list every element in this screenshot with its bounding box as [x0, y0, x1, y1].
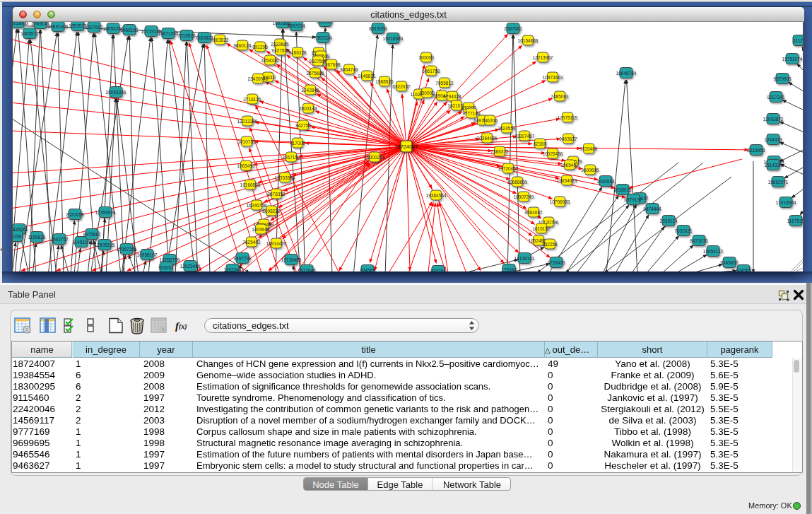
svg-text:23420046: 23420046 — [248, 76, 269, 81]
svg-text:16046758: 16046758 — [247, 203, 267, 208]
svg-text:2020655: 2020655 — [66, 212, 84, 217]
svg-text:28300215: 28300215 — [365, 155, 385, 160]
svg-text:2867608: 2867608 — [322, 62, 341, 67]
svg-text:28053346: 28053346 — [106, 90, 126, 95]
svg-text:9660124: 9660124 — [233, 43, 252, 48]
svg-text:11126: 11126 — [793, 38, 803, 43]
svg-text:16782759: 16782759 — [160, 257, 180, 262]
svg-text:9115460: 9115460 — [580, 146, 598, 151]
svg-text:17957255: 17957255 — [117, 247, 137, 252]
svg-text:18907249: 18907249 — [514, 194, 534, 199]
svg-text:12213967: 12213967 — [533, 55, 553, 60]
svg-text:2803144: 2803144 — [299, 106, 317, 111]
svg-text:7625402: 7625402 — [242, 240, 261, 245]
svg-text:925051: 925051 — [158, 265, 174, 270]
svg-text:8878352: 8878352 — [267, 192, 286, 197]
svg-text:1405572: 1405572 — [20, 31, 39, 36]
svg-text:7632621: 7632621 — [674, 228, 693, 233]
svg-text:9227341: 9227341 — [767, 95, 785, 100]
svg-text:6879197: 6879197 — [624, 197, 642, 202]
svg-text:2069146: 2069146 — [31, 22, 49, 26]
svg-text:1192344: 1192344 — [224, 267, 242, 272]
svg-text:10756928: 10756928 — [550, 199, 570, 204]
svg-text:924565: 924565 — [736, 268, 751, 272]
svg-text:12213389: 12213389 — [237, 119, 258, 124]
svg-text:12975115: 12975115 — [558, 115, 578, 120]
svg-text:(x): (x) — [179, 322, 187, 331]
svg-text:1145194: 1145194 — [73, 240, 90, 245]
svg-text:9474444: 9474444 — [643, 206, 661, 211]
svg-text:7515526: 7515526 — [177, 33, 196, 38]
svg-text:62160: 62160 — [534, 141, 546, 146]
svg-text:14136141: 14136141 — [514, 256, 535, 261]
svg-text:18724007: 18724007 — [394, 144, 418, 150]
svg-text:8215955: 8215955 — [747, 148, 765, 153]
svg-text:7386372: 7386372 — [490, 149, 509, 154]
svg-text:746206: 746206 — [482, 118, 498, 123]
svg-text:3675685: 3675685 — [306, 71, 324, 76]
svg-text:12093872: 12093872 — [763, 117, 784, 122]
svg-text:9146821: 9146821 — [358, 74, 376, 78]
svg-text:15751074: 15751074 — [782, 57, 803, 62]
svg-text:842755: 842755 — [295, 123, 311, 128]
svg-text:12353594: 12353594 — [275, 175, 295, 180]
svg-text:16648784: 16648784 — [616, 71, 637, 76]
svg-text:8813054: 8813054 — [369, 26, 387, 31]
svg-text:12923446: 12923446 — [180, 264, 201, 269]
svg-text:1010755: 1010755 — [237, 139, 256, 144]
svg-text:20364436: 20364436 — [477, 136, 498, 141]
svg-text:16033809: 16033809 — [13, 22, 28, 25]
svg-text:19384554: 19384554 — [426, 193, 447, 198]
svg-text:8454749: 8454749 — [340, 67, 358, 72]
svg-text:833754: 833754 — [430, 269, 446, 272]
svg-text:15720407: 15720407 — [498, 166, 519, 171]
svg-text:924565: 924565 — [360, 268, 375, 272]
svg-text:1640954: 1640954 — [596, 179, 615, 184]
svg-text:17359924: 17359924 — [95, 210, 116, 215]
svg-text:20691406: 20691406 — [48, 24, 69, 29]
svg-text:9329906: 9329906 — [773, 76, 792, 81]
svg-text:2935114: 2935114 — [660, 218, 678, 223]
svg-text:3267150: 3267150 — [282, 155, 300, 160]
svg-text:2942757: 2942757 — [50, 237, 69, 242]
svg-text:16671355: 16671355 — [158, 31, 179, 36]
svg-text:7357224: 7357224 — [314, 35, 332, 40]
svg-text:417000: 417000 — [290, 141, 305, 146]
svg-text:16154838: 16154838 — [518, 38, 539, 43]
svg-text:1733426: 1733426 — [547, 260, 565, 265]
svg-text:1571648: 1571648 — [298, 268, 316, 272]
svg-text:6966160: 6966160 — [120, 28, 139, 33]
svg-text:15692971: 15692971 — [768, 180, 789, 185]
svg-text:9327505: 9327505 — [271, 48, 290, 53]
svg-text:17016504: 17016504 — [776, 200, 796, 205]
svg-text:391591: 391591 — [13, 234, 24, 239]
svg-text:891295: 891295 — [252, 45, 268, 49]
svg-text:8471676: 8471676 — [690, 238, 708, 243]
svg-text:1853527: 1853527 — [69, 23, 87, 28]
svg-text:2718126: 2718126 — [243, 97, 261, 102]
svg-text:8186328: 8186328 — [288, 50, 307, 55]
svg-text:100000: 100000 — [418, 55, 434, 60]
svg-text:1054336: 1054336 — [261, 58, 279, 63]
svg-text:1527602: 1527602 — [85, 25, 103, 30]
svg-text:1853527: 1853527 — [316, 22, 334, 24]
svg-text:9463627: 9463627 — [559, 136, 577, 141]
svg-text:9975867: 9975867 — [83, 232, 101, 237]
svg-text:7955812: 7955812 — [435, 81, 454, 86]
svg-text:9777169: 9777169 — [462, 111, 481, 116]
svg-text:10654112: 10654112 — [703, 249, 724, 254]
svg-text:9245652: 9245652 — [720, 260, 739, 265]
svg-text:19218586: 19218586 — [383, 36, 404, 41]
svg-text:6961758: 6961758 — [422, 69, 440, 74]
svg-text:19654923: 19654923 — [557, 178, 577, 183]
svg-text:173342: 173342 — [501, 267, 517, 272]
svg-text:10688609: 10688609 — [507, 180, 528, 185]
svg-text:5938923: 5938923 — [613, 187, 632, 192]
svg-text:8698222: 8698222 — [262, 209, 281, 214]
svg-text:7485063: 7485063 — [551, 94, 569, 99]
svg-text:9699695: 9699695 — [581, 168, 599, 173]
svg-text:15716485: 15716485 — [281, 257, 302, 262]
svg-text:2087682: 2087682 — [504, 26, 522, 31]
svg-text:1965499: 1965499 — [237, 163, 255, 168]
svg-text:19166825: 19166825 — [240, 182, 261, 187]
